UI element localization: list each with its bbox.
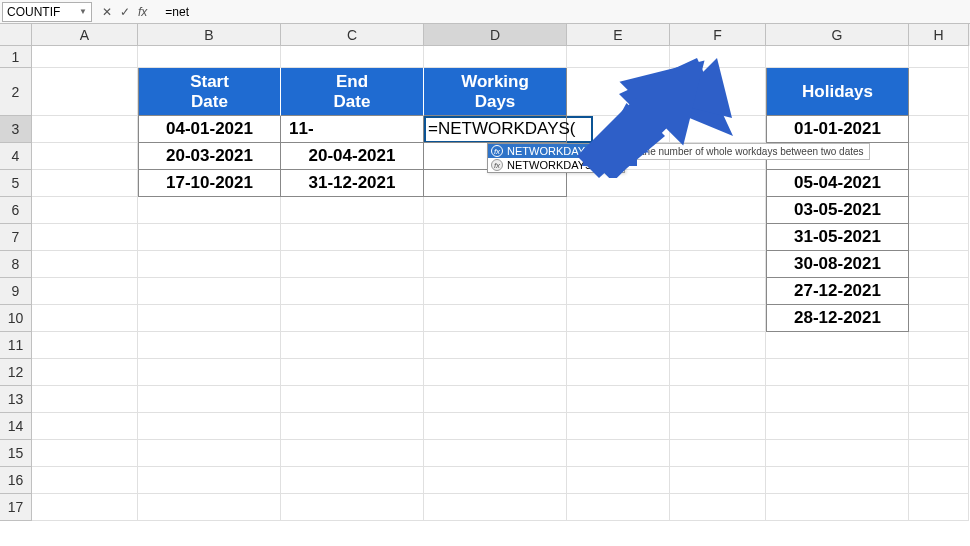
- row-header-14[interactable]: 14: [0, 413, 32, 440]
- cell[interactable]: [32, 386, 138, 413]
- cell[interactable]: [424, 224, 567, 251]
- cell[interactable]: [281, 278, 424, 305]
- cell[interactable]: [766, 440, 909, 467]
- cell-g6[interactable]: 03-05-2021: [766, 197, 909, 224]
- cell[interactable]: [32, 467, 138, 494]
- cell[interactable]: [281, 46, 424, 68]
- cell[interactable]: [32, 413, 138, 440]
- cell[interactable]: [567, 46, 670, 68]
- cell-c4[interactable]: 20-04-2021: [281, 143, 424, 170]
- cell[interactable]: [909, 278, 969, 305]
- cell[interactable]: [138, 359, 281, 386]
- row-header-1[interactable]: 1: [0, 46, 32, 68]
- cell[interactable]: [281, 413, 424, 440]
- cell[interactable]: [909, 467, 969, 494]
- cell[interactable]: [670, 494, 766, 521]
- cell[interactable]: [670, 413, 766, 440]
- cell[interactable]: [567, 68, 670, 116]
- name-box[interactable]: COUNTIF ▼: [2, 2, 92, 22]
- cell[interactable]: [424, 332, 567, 359]
- cell-b5[interactable]: 17-10-2021: [138, 170, 281, 197]
- cell[interactable]: [670, 359, 766, 386]
- cell[interactable]: [670, 46, 766, 68]
- cell[interactable]: [32, 332, 138, 359]
- cell[interactable]: [32, 359, 138, 386]
- cell[interactable]: [766, 413, 909, 440]
- cell[interactable]: [32, 170, 138, 197]
- cell[interactable]: [766, 386, 909, 413]
- cell[interactable]: [281, 359, 424, 386]
- row-header-4[interactable]: 4: [0, 143, 32, 170]
- row-header-5[interactable]: 5: [0, 170, 32, 197]
- col-header-e[interactable]: E: [567, 24, 670, 46]
- cell[interactable]: [138, 305, 281, 332]
- cell[interactable]: [670, 224, 766, 251]
- cell-b3[interactable]: 04-01-2021: [138, 116, 281, 143]
- row-header-7[interactable]: 7: [0, 224, 32, 251]
- cell[interactable]: [670, 467, 766, 494]
- cell[interactable]: [138, 197, 281, 224]
- cell-g5[interactable]: 05-04-2021: [766, 170, 909, 197]
- cell[interactable]: [909, 46, 969, 68]
- autocomplete-item-networkdays-intl[interactable]: fx NETWORKDAYS.INTL: [488, 158, 624, 172]
- cell[interactable]: [909, 386, 969, 413]
- cell-g3[interactable]: 01-01-2021: [766, 116, 909, 143]
- cell[interactable]: [138, 386, 281, 413]
- cell[interactable]: [281, 251, 424, 278]
- cell[interactable]: [138, 278, 281, 305]
- row-header-10[interactable]: 10: [0, 305, 32, 332]
- cell[interactable]: [670, 332, 766, 359]
- formula-bar-input[interactable]: =net: [157, 5, 189, 19]
- cell[interactable]: [567, 413, 670, 440]
- cell[interactable]: [909, 251, 969, 278]
- cell[interactable]: [281, 440, 424, 467]
- cell[interactable]: [567, 224, 670, 251]
- cell[interactable]: [670, 68, 766, 116]
- cell[interactable]: [670, 251, 766, 278]
- cell[interactable]: [424, 494, 567, 521]
- cell[interactable]: [909, 359, 969, 386]
- cell-d3-formula[interactable]: =NETWORKDAYS(: [424, 116, 567, 143]
- cell[interactable]: [32, 143, 138, 170]
- cell[interactable]: [909, 68, 969, 116]
- col-header-b[interactable]: B: [138, 24, 281, 46]
- cell[interactable]: [424, 467, 567, 494]
- cell[interactable]: [670, 386, 766, 413]
- cell[interactable]: [909, 224, 969, 251]
- cell[interactable]: [909, 413, 969, 440]
- col-header-h[interactable]: H: [909, 24, 969, 46]
- cell[interactable]: [424, 197, 567, 224]
- cell[interactable]: [567, 440, 670, 467]
- cell[interactable]: [670, 440, 766, 467]
- cell[interactable]: [909, 440, 969, 467]
- cell[interactable]: [32, 46, 138, 68]
- cell[interactable]: [138, 46, 281, 68]
- confirm-icon[interactable]: ✓: [120, 5, 130, 19]
- cell[interactable]: [567, 251, 670, 278]
- header-holidays[interactable]: Holidays: [766, 68, 909, 116]
- row-header-12[interactable]: 12: [0, 359, 32, 386]
- cell[interactable]: [138, 332, 281, 359]
- cell[interactable]: [424, 359, 567, 386]
- col-header-d[interactable]: D: [424, 24, 567, 46]
- cell[interactable]: [32, 494, 138, 521]
- cell[interactable]: [670, 305, 766, 332]
- row-header-9[interactable]: 9: [0, 278, 32, 305]
- cell[interactable]: [32, 197, 138, 224]
- fx-icon[interactable]: fx: [138, 5, 147, 19]
- header-working-days[interactable]: Working Days: [424, 68, 567, 116]
- cell[interactable]: [567, 170, 670, 197]
- col-header-f[interactable]: F: [670, 24, 766, 46]
- cell[interactable]: [766, 467, 909, 494]
- row-header-6[interactable]: 6: [0, 197, 32, 224]
- cell[interactable]: [567, 467, 670, 494]
- cell[interactable]: [670, 197, 766, 224]
- cell[interactable]: [32, 68, 138, 116]
- cell[interactable]: [766, 46, 909, 68]
- cell[interactable]: [424, 278, 567, 305]
- cell[interactable]: [281, 305, 424, 332]
- col-header-c[interactable]: C: [281, 24, 424, 46]
- cell[interactable]: [766, 332, 909, 359]
- cell[interactable]: [567, 494, 670, 521]
- cell-d5[interactable]: [424, 170, 567, 197]
